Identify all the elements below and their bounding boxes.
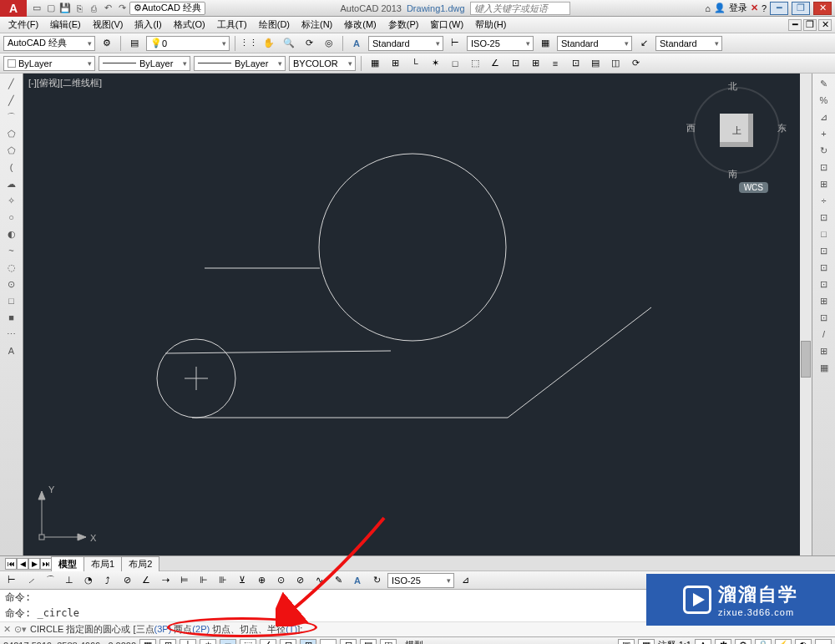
dim-insp-icon[interactable]: ⊘ xyxy=(291,572,308,589)
menu-modify[interactable]: 修改(M) xyxy=(339,17,382,33)
chamfer-tool-icon[interactable]: ⊞ xyxy=(815,293,833,308)
tablestyle-combo[interactable]: Standard xyxy=(557,36,632,51)
copy-tool-icon[interactable]: % xyxy=(815,93,833,108)
dim-linear-icon[interactable]: ⊢ xyxy=(3,572,20,589)
text-tool-icon[interactable]: A xyxy=(3,343,21,358)
lwt-icon[interactable]: ≡ xyxy=(547,55,564,72)
help-search-input[interactable] xyxy=(470,2,570,15)
tab-nav-first[interactable]: ⏮ xyxy=(5,558,17,570)
fillet-tool-icon[interactable]: ⊡ xyxy=(815,310,833,325)
hatch-tool-icon[interactable]: ■ xyxy=(3,310,21,325)
anno-scale-btn[interactable]: A xyxy=(695,639,711,645)
textstyle-a-icon[interactable]: A xyxy=(348,35,365,52)
tab-nav-prev[interactable]: ◀ xyxy=(17,558,28,570)
cmd-close-icon[interactable]: ✕ xyxy=(3,624,11,635)
qat-open-icon[interactable]: ▢ xyxy=(44,2,58,15)
rectangle-tool-icon[interactable]: ⬠ xyxy=(3,143,21,158)
tab-layout1[interactable]: 布局1 xyxy=(84,556,122,571)
qat-save-icon[interactable]: 💾 xyxy=(58,2,72,15)
menu-tools[interactable]: 工具(T) xyxy=(212,17,252,33)
status-ducs-icon[interactable]: ⊡ xyxy=(280,639,296,645)
menu-dimension[interactable]: 标注(N) xyxy=(296,17,337,33)
dim-continue-icon[interactable]: ⊩ xyxy=(195,572,212,589)
status-quickview-icon[interactable]: ▦ xyxy=(638,639,655,645)
cmd-recent-icon[interactable]: ⊙▾ xyxy=(14,624,27,635)
am-icon[interactable]: ⟳ xyxy=(627,55,644,72)
polar-icon[interactable]: ✶ xyxy=(427,55,443,72)
dimstyle-icon[interactable]: ⊢ xyxy=(447,35,463,52)
ellipsearc-tool-icon[interactable]: ~ xyxy=(3,243,21,258)
wcs-badge[interactable]: WCS xyxy=(739,182,768,193)
scale-tool-icon[interactable]: ÷ xyxy=(815,193,833,208)
block-tool-icon[interactable]: ⊙ xyxy=(3,276,21,292)
cmd-opt-t[interactable]: (T) xyxy=(286,624,297,634)
status-sc-icon[interactable]: ◫ xyxy=(380,639,397,645)
qat-redo-icon[interactable]: ↷ xyxy=(115,2,129,15)
menu-insert[interactable]: 插入(I) xyxy=(129,17,166,33)
dyn-icon[interactable]: ⊞ xyxy=(527,55,544,72)
viewcube-east[interactable]: 东 xyxy=(777,122,787,134)
viewcube-north[interactable]: 北 xyxy=(728,80,737,93)
tab-model[interactable]: 模型 xyxy=(51,556,84,571)
mleaderstyle-combo[interactable]: Standard xyxy=(655,36,722,51)
point-tool-icon[interactable]: □ xyxy=(3,293,21,308)
app-logo[interactable]: A xyxy=(0,0,27,17)
status-qp-icon[interactable]: ▤ xyxy=(360,639,377,645)
sc-icon[interactable]: ◫ xyxy=(607,55,624,72)
status-osnap-icon[interactable]: □ xyxy=(220,639,236,645)
dim-edit-icon[interactable]: ✎ xyxy=(330,572,347,589)
menu-parametric[interactable]: 参数(P) xyxy=(383,17,424,33)
status-polar-icon[interactable]: ✶ xyxy=(200,639,216,645)
dim-diameter-icon[interactable]: ⊘ xyxy=(119,572,135,589)
qp-icon[interactable]: ▤ xyxy=(587,55,604,72)
vertical-scrollbar-thumb[interactable] xyxy=(801,341,811,378)
menu-draw[interactable]: 绘图(D) xyxy=(254,17,295,33)
plotstyle-combo[interactable]: BYCOLOR xyxy=(289,56,356,71)
cmd-opt-3p[interactable]: (3P) xyxy=(154,624,172,634)
tab-layout2[interactable]: 布局2 xyxy=(121,556,159,571)
line-tool-icon[interactable]: ╱ xyxy=(3,76,21,91)
polygon-tool-icon[interactable]: ⬠ xyxy=(3,126,21,141)
viewcube-top-face[interactable]: 上 xyxy=(720,114,753,147)
stretch-tool-icon[interactable]: ⊡ xyxy=(815,210,833,225)
menu-edit[interactable]: 编辑(E) xyxy=(45,17,86,33)
dim-quick-icon[interactable]: ⇢ xyxy=(157,572,174,589)
tab-nav-last[interactable]: ⏭ xyxy=(40,558,52,570)
viewcube-west[interactable]: 西 xyxy=(686,122,696,134)
anno-scale-label[interactable]: 注释 1:1 xyxy=(658,639,691,644)
qat-saveas-icon[interactable]: ⎘ xyxy=(73,2,86,15)
join-tool-icon[interactable]: ⊡ xyxy=(815,276,833,292)
dim-tedit-icon[interactable]: A xyxy=(349,572,366,589)
viewcube[interactable]: 上 北 南 西 东 xyxy=(686,80,787,180)
menu-view[interactable]: 视图(V) xyxy=(88,17,129,33)
region-tool-icon[interactable]: ⋯ xyxy=(3,327,21,342)
status-model-icon[interactable]: ▣ xyxy=(618,639,635,645)
user-icon[interactable]: 👤 xyxy=(714,3,726,13)
linetype-combo[interactable]: ByLayer xyxy=(99,56,190,71)
grip-icon[interactable]: ⋮⋮ xyxy=(240,35,257,52)
workspace-gear-icon[interactable]: ⚙ xyxy=(99,35,115,52)
menu-help[interactable]: 帮助(H) xyxy=(470,17,511,33)
dim-arc-icon[interactable]: ⌒ xyxy=(42,572,58,589)
status-ortho-icon[interactable]: └ xyxy=(180,639,196,645)
qat-print-icon[interactable]: ⎙ xyxy=(87,2,100,15)
move-tool-icon[interactable]: ⊡ xyxy=(815,160,833,175)
cmd-opt-2p[interactable]: (2P) xyxy=(192,624,210,634)
doc-restore-button[interactable]: ❐ xyxy=(803,19,817,31)
tablestyle-icon[interactable]: ▦ xyxy=(537,35,554,52)
dimstyle-combo[interactable]: ISO-25 xyxy=(467,36,534,51)
osnap-icon[interactable]: □ xyxy=(447,55,463,72)
dim-radius-icon[interactable]: ◔ xyxy=(80,572,97,589)
pan-icon[interactable]: ✋ xyxy=(261,35,277,52)
dim-space-icon[interactable]: ⊪ xyxy=(215,572,231,589)
menu-format[interactable]: 格式(O) xyxy=(169,17,210,33)
grid-icon[interactable]: ⊞ xyxy=(387,55,403,72)
dim-baseline-icon[interactable]: ⊨ xyxy=(176,572,193,589)
dim-jog-icon[interactable]: ⤴ xyxy=(99,572,116,589)
layer-combo[interactable]: 💡 0 xyxy=(146,36,230,51)
exchange-x-icon[interactable]: ✕ xyxy=(751,3,758,13)
textstyle-combo[interactable]: Standard xyxy=(368,36,443,51)
ws-switch-icon[interactable]: ⚙ xyxy=(735,639,752,645)
tab-nav-next[interactable]: ▶ xyxy=(28,558,40,570)
qat-new-icon[interactable]: ▭ xyxy=(30,2,43,15)
